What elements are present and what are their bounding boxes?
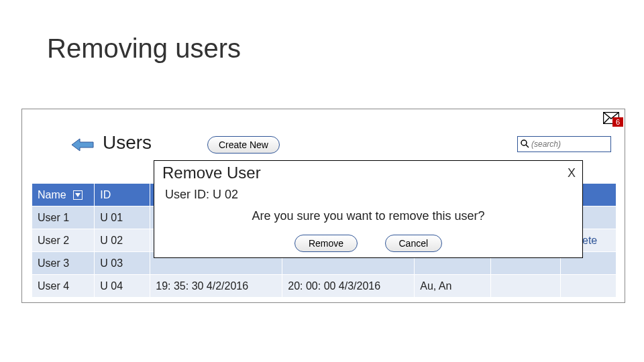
cell-name: User 1 <box>32 206 95 229</box>
cancel-button[interactable]: Cancel <box>385 235 443 252</box>
page-title: Removing users <box>47 34 241 64</box>
notifications-button[interactable]: 6 <box>603 112 619 124</box>
search-input[interactable] <box>531 139 605 149</box>
cell-name: User 2 <box>32 229 95 252</box>
dropdown-icon <box>73 190 83 200</box>
modal-question: Are you sure you want to remove this use… <box>154 209 582 223</box>
create-new-button[interactable]: Create New <box>207 136 280 154</box>
modal-actions: Remove Cancel <box>154 235 582 252</box>
svg-point-1 <box>521 140 527 145</box>
cell-id: U 04 <box>95 275 150 298</box>
reset-pw-link[interactable] <box>491 275 561 298</box>
cell-id: U 03 <box>95 252 150 275</box>
col-header-name[interactable]: Name <box>32 184 95 206</box>
col-header-name-label: Name <box>38 189 66 200</box>
col-header-id: ID <box>95 184 150 206</box>
search-icon <box>518 139 531 150</box>
cell-perm: Au, An <box>415 275 491 298</box>
users-panel: 6 Users Create New Name ID <box>21 109 625 303</box>
modal-title: Remove User <box>162 164 261 182</box>
delete-link[interactable] <box>560 275 616 298</box>
table-row: User 4 U 04 19: 35: 30 4/2/2016 20: 00: … <box>32 275 616 298</box>
cell-name: User 3 <box>32 252 95 275</box>
cell-ts2: 20: 00: 00 4/3/2016 <box>282 275 415 298</box>
section-title: Users <box>103 132 152 154</box>
cell-ts1: 19: 35: 30 4/2/2016 <box>150 275 282 298</box>
remove-button[interactable]: Remove <box>294 235 358 252</box>
cell-name: User 4 <box>32 275 95 298</box>
back-button[interactable] <box>62 137 95 155</box>
search-box[interactable] <box>517 136 611 152</box>
modal-close-button[interactable]: X <box>568 166 576 180</box>
notification-badge: 6 <box>612 117 623 127</box>
cell-id: U 01 <box>95 206 150 229</box>
cell-id: U 02 <box>95 229 150 252</box>
remove-user-modal: Remove User X User ID: U 02 Are you sure… <box>154 160 583 258</box>
modal-user-id: User ID: U 02 <box>165 188 238 202</box>
svg-line-2 <box>526 145 529 147</box>
